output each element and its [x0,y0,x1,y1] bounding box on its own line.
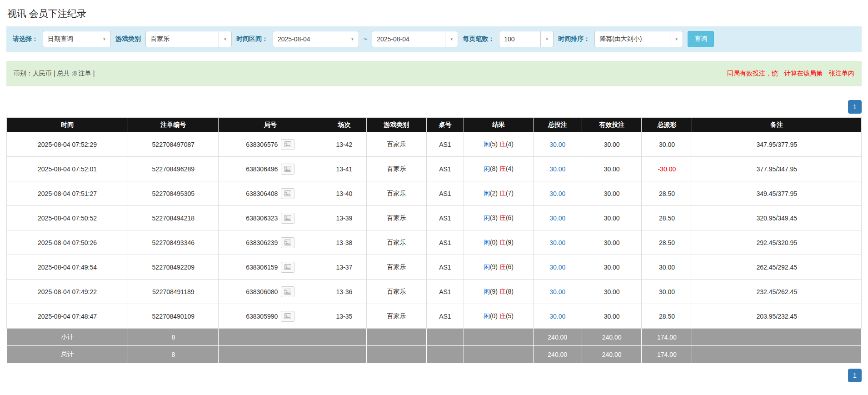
bet-id-cell: 522708493346 [128,230,219,255]
subtotal-row-cell-1: 8 [128,329,219,346]
total-row-cell-5 [426,346,464,363]
result-cell: 闲(9) 庄(8) [464,280,533,304]
game-type-cell: 百家乐 [366,230,426,255]
round-cell: 638306576 [219,132,322,157]
bet-id-cell: 522708496289 [128,157,219,181]
column-header-9: 总派彩 [642,118,692,132]
sort-select[interactable]: 降冪(由大到小) ▼ [594,31,683,47]
bet-id-cell: 522708495305 [128,181,219,206]
remark-cell: 203.95/232.45 [692,304,862,329]
betting-records-table: 时间注单编号局号场次游戏类别桌号结果总投注有效投注总派彩备注 2025-08-0… [6,117,862,363]
round-cell: 638305990 [219,304,322,329]
total-row-cell-10 [692,346,862,363]
round-media-button[interactable] [281,188,294,199]
total-bet-link[interactable]: 30.00 [549,264,565,271]
total-row-cell-2 [219,346,322,363]
pagination-page-1[interactable]: 1 [848,369,862,382]
game-type-cell: 百家乐 [366,181,426,206]
total-bet-link[interactable]: 30.00 [549,190,565,197]
table-no-cell: AS1 [426,255,464,280]
total-row-cell-4 [366,346,426,363]
search-button[interactable]: 查询 [688,31,714,47]
remark-cell: 232.45/262.45 [692,280,862,304]
round-id: 638306323 [246,215,278,222]
result-player: 闲(3) [484,214,498,221]
table-no-cell: AS1 [426,280,464,304]
date-from-select[interactable]: 2025-08-04 ▼ [273,31,359,47]
remark-cell: 377.95/347.95 [692,157,862,181]
result-cell: 闲(2) 庄(7) [464,181,533,206]
result-player: 闲(2) [484,190,498,197]
total-bet-link[interactable]: 30.00 [549,313,565,320]
result-cell: 闲(3) 庄(6) [464,206,533,230]
round-cell: 638306496 [219,157,322,181]
chevron-down-icon: ▼ [219,31,231,47]
game-type-cell: 百家乐 [366,255,426,280]
column-header-7: 总投注 [533,118,582,132]
column-header-8: 有效投注 [582,118,642,132]
column-header-4: 游戏类别 [366,118,426,132]
table-no-cell: AS1 [426,157,464,181]
image-icon [284,313,291,319]
round-media-button[interactable] [281,311,294,322]
result-banker: 庄(8) [499,288,514,295]
payout-cell: 28.50 [642,181,692,206]
page-size-select[interactable]: 100 ▼ [499,31,554,47]
date-range-separator: ~ [364,35,367,43]
session-cell: 13-42 [322,132,367,157]
round-media-button[interactable] [281,286,294,297]
result-player: 闲(0) [484,312,498,320]
round-media-button[interactable] [281,213,294,224]
total-row-cell-6 [464,346,533,363]
chevron-glyph: ▼ [224,37,227,41]
total-bet-link[interactable]: 30.00 [549,288,565,295]
pagination-page-1[interactable]: 1 [848,100,862,114]
round-media-button[interactable] [281,237,294,248]
round-media-button[interactable] [281,164,294,175]
valid-bet-cell: 30.00 [582,157,642,181]
bet-id-cell: 522708494218 [128,206,219,230]
payout-cell: 30.00 [642,255,692,280]
total-bet-link[interactable]: 30.00 [549,215,565,222]
page-title: 视讯 会员下注纪录 [6,5,862,26]
bet-id-cell: 522708491189 [128,280,219,304]
round-media-button[interactable] [281,139,294,150]
session-cell: 13-39 [322,206,367,230]
total-bet-link[interactable]: 30.00 [549,165,565,173]
round-id: 638306239 [246,239,278,246]
round-media-button[interactable] [281,262,294,273]
total-bet-cell: 30.00 [533,280,582,304]
image-icon [284,240,291,245]
result-cell: 闲(0) 庄(5) [464,304,533,329]
date-to-select[interactable]: 2025-08-04 ▼ [372,31,458,47]
valid-bet-cell: 30.00 [582,255,642,280]
total-row-cell-9: 174.00 [642,346,692,363]
subtotal-row-cell-0: 小计 [7,329,128,346]
total-bet-cell: 30.00 [533,255,582,280]
bet-time-cell: 2025-08-04 07:48:47 [7,304,128,329]
pagination-bottom: 1 [6,369,862,382]
result-banker: 庄(9) [499,239,514,246]
column-header-2: 局号 [219,118,322,132]
total-bet-link[interactable]: 30.00 [549,141,565,148]
bet-record-row: 2025-08-04 07:51:27522708495305638306408… [7,181,862,206]
image-icon [284,166,291,172]
round-id: 638306576 [246,141,278,148]
subtotal-row-cell-4 [366,329,426,346]
column-header-3: 场次 [322,118,367,132]
total-bet-cell: 30.00 [533,206,582,230]
bet-time-cell: 2025-08-04 07:50:52 [7,206,128,230]
remark-cell: 320.95/349.45 [692,206,862,230]
bet-time-cell: 2025-08-04 07:52:29 [7,132,128,157]
pagination-top: 1 [6,100,862,114]
subtotal-row: 小计8240.00240.00174.00 [7,329,862,346]
chevron-glyph: ▼ [103,37,106,41]
remark-cell: 347.95/377.95 [692,132,862,157]
game-type-select[interactable]: 百家乐 ▼ [145,31,232,47]
total-row-cell-8: 240.00 [582,346,642,363]
chevron-glyph: ▼ [351,37,354,41]
query-type-select[interactable]: 日期查询 ▼ [43,31,111,47]
total-bet-link[interactable]: 30.00 [549,239,565,246]
subtotal-row-cell-5 [426,329,464,346]
result-player: 闲(8) [484,165,498,172]
